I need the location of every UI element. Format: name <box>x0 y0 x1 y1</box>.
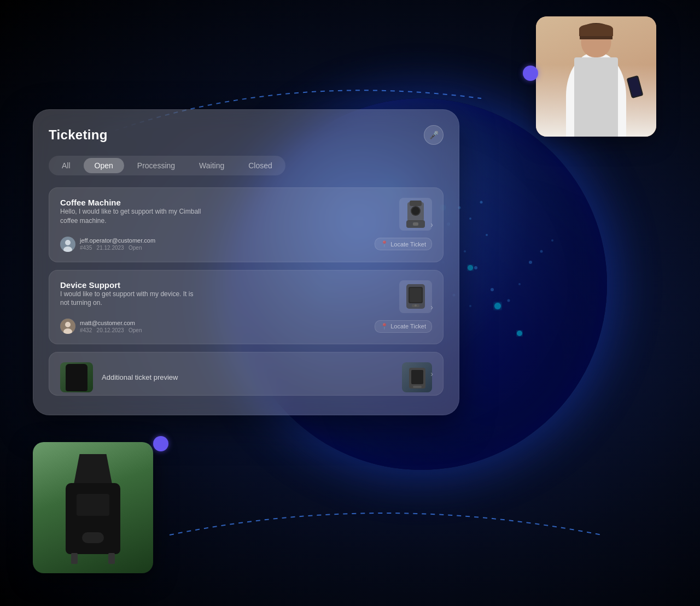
svg-point-52 <box>412 207 419 215</box>
svg-point-55 <box>65 240 71 245</box>
svg-point-39 <box>529 261 532 264</box>
ticket-2-avatar <box>60 319 75 334</box>
svg-rect-67 <box>413 386 422 388</box>
person-photo <box>536 16 656 137</box>
svg-rect-53 <box>413 222 418 226</box>
locate-icon: 📍 <box>381 240 388 248</box>
ticket-2-footer: matt@customer.com #432 20.12.2023 Open 📍… <box>60 319 432 334</box>
svg-rect-66 <box>411 370 423 384</box>
svg-point-41 <box>551 239 553 242</box>
mic-icon: 🎤 <box>429 131 439 139</box>
ticket-1-image <box>399 198 432 231</box>
ticket-2-user: matt@customer.com #432 20.12.2023 Open <box>60 319 142 334</box>
page-title: Ticketing <box>49 127 108 143</box>
ticket-2-desc: I would like to get support with my devi… <box>60 290 202 308</box>
svg-rect-59 <box>410 288 422 302</box>
ticket-2-meta: #432 20.12.2023 Open <box>80 327 142 333</box>
coffee-machine-photo <box>33 442 153 573</box>
ticket-card-2[interactable]: Device Support I would like to get suppo… <box>49 270 444 345</box>
svg-point-16 <box>486 234 488 236</box>
ticket-1-user-info: jeff.operator@customer.com #435 21.12.20… <box>80 237 155 251</box>
mic-button[interactable]: 🎤 <box>424 125 444 145</box>
ticket-2-email: matt@customer.com <box>80 320 142 326</box>
ticket-2-chevron-icon: › <box>430 303 433 311</box>
svg-point-44 <box>468 265 473 270</box>
svg-point-40 <box>540 250 543 253</box>
tab-waiting[interactable]: Waiting <box>188 158 235 173</box>
svg-point-35 <box>469 305 471 307</box>
ticket-1-chevron-icon: › <box>430 220 433 229</box>
ticket-1-locate-button[interactable]: 📍 Locate Ticket <box>375 238 432 250</box>
ticket-2-image <box>399 280 432 313</box>
tab-all[interactable]: All <box>51 158 81 173</box>
svg-point-37 <box>508 299 510 302</box>
ticket-2-user-info: matt@customer.com #432 20.12.2023 Open <box>80 320 142 333</box>
ticket-3-chevron-icon: › <box>430 369 433 378</box>
coffee-grinder-icon <box>402 199 429 230</box>
tab-processing[interactable]: Processing <box>126 158 186 173</box>
ticket-card-1[interactable]: Coffee Machine Hello, I would like to ge… <box>49 187 444 262</box>
svg-rect-49 <box>410 201 422 206</box>
tab-closed[interactable]: Closed <box>237 158 283 173</box>
ticket-1-title: Coffee Machine <box>60 198 202 207</box>
device-icon <box>402 281 429 311</box>
svg-point-14 <box>469 217 471 220</box>
svg-point-63 <box>65 322 71 327</box>
tab-open[interactable]: Open <box>84 158 124 173</box>
svg-point-36 <box>491 288 494 291</box>
svg-point-27 <box>464 250 466 252</box>
ticket-card-3[interactable]: Additional ticket preview › <box>49 352 444 396</box>
ticket-1-email: jeff.operator@customer.com <box>80 237 155 244</box>
svg-point-38 <box>518 283 521 285</box>
ticket-1-avatar <box>60 237 75 252</box>
svg-point-61 <box>415 304 417 307</box>
svg-point-45 <box>494 303 501 309</box>
svg-point-28 <box>474 266 477 269</box>
filter-tabs: All Open Processing Waiting Closed <box>49 156 285 175</box>
person-connection-dot <box>523 66 538 81</box>
ticket-3-device-icon <box>406 365 428 390</box>
ticket-2-title: Device Support <box>60 280 202 290</box>
svg-point-15 <box>480 201 483 204</box>
ticket-1-desc: Hello, I would like to get support with … <box>60 207 202 226</box>
tablet-frame: Ticketing 🎤 All Open Processing Waiting … <box>33 109 459 415</box>
ticket-1-footer: jeff.operator@customer.com #435 21.12.20… <box>60 237 432 252</box>
coffee-connection-dot <box>153 436 168 451</box>
ticket-1-meta: #435 21.12.2023 Open <box>80 245 155 251</box>
background: Ticketing 🎤 All Open Processing Waiting … <box>0 0 700 606</box>
user-avatar-icon <box>60 237 75 252</box>
ticket-2-locate-button[interactable]: 📍 Locate Ticket <box>375 320 432 333</box>
locate2-icon: 📍 <box>381 323 388 330</box>
tablet-header: Ticketing 🎤 <box>49 125 444 145</box>
ticket-3-image <box>402 362 432 392</box>
user2-avatar-icon <box>60 319 75 334</box>
svg-point-46 <box>517 331 522 336</box>
ticket-1-user: jeff.operator@customer.com #435 21.12.20… <box>60 237 155 252</box>
